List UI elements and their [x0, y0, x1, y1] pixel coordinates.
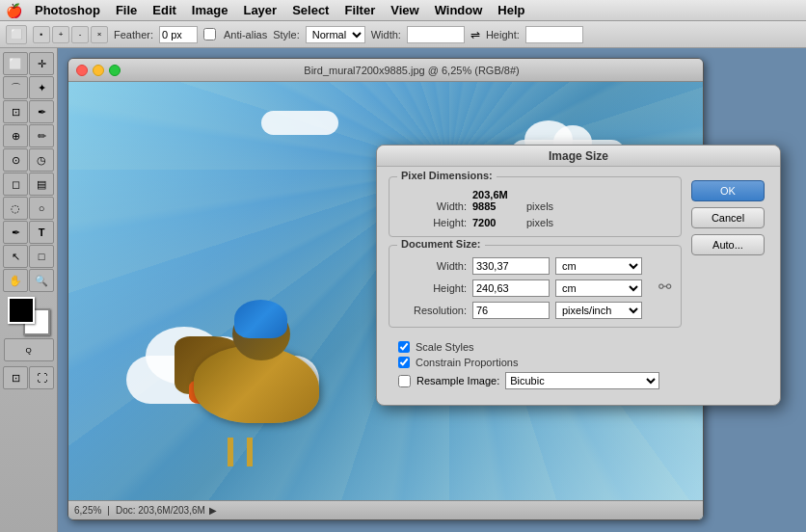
anti-alias-checkbox[interactable] [203, 28, 216, 40]
doc-width-input[interactable] [472, 257, 550, 275]
eraser-tool[interactable]: ◻ [3, 173, 28, 196]
pixel-dimensions-section: Pixel Dimensions: 203,6M Width: 9885 pix… [389, 176, 682, 237]
quick-select-tool[interactable]: ✦ [29, 76, 54, 99]
intersect-selection-btn[interactable]: × [91, 26, 108, 43]
close-button[interactable] [76, 65, 88, 76]
doc-height-input[interactable] [472, 279, 550, 297]
doc-height-label: Height: [399, 282, 467, 294]
pixel-dimensions-value: 203,6M [472, 189, 508, 200]
hand-tool[interactable]: ✋ [3, 269, 28, 292]
lasso-tool[interactable]: ⌒ [3, 76, 28, 99]
menu-layer[interactable]: Layer [235, 0, 284, 21]
brush-tool[interactable]: ✏ [29, 124, 54, 147]
selection-tool-icon[interactable]: ⬜ [6, 25, 27, 44]
constrain-label: Constrain Proportions [416, 357, 518, 368]
resolution-input[interactable] [472, 302, 550, 319]
bird-helmet [234, 300, 287, 338]
maximize-button[interactable] [109, 65, 121, 76]
image-size-dialog: Image Size Pixel Dimensions: 203,6M Widt… [376, 145, 781, 406]
menu-photoshop[interactable]: Photoshop [27, 0, 108, 21]
doc-height-unit-select[interactable]: cm pixels inches mm [555, 279, 642, 297]
scale-styles-checkbox[interactable] [398, 341, 410, 353]
dialog-titlebar: Image Size [377, 146, 780, 167]
menu-filter[interactable]: Filter [336, 0, 383, 21]
dialog-main: Pixel Dimensions: 203,6M Width: 9885 pix… [389, 176, 682, 395]
zoom-level: 6,25% [74, 505, 101, 516]
quick-mask-mode[interactable]: Q [4, 338, 54, 361]
type-tool[interactable]: T [29, 221, 54, 244]
ok-button[interactable]: OK [691, 180, 765, 201]
move-tool[interactable]: ✛ [29, 52, 54, 75]
doc-titlebar: Bird_mural7200x9885.jpg @ 6,25% (RGB/8#) [68, 59, 703, 82]
pixel-width-label: Width: [399, 200, 467, 212]
scroll-arrow[interactable]: ▶ [209, 505, 217, 516]
pixel-dimensions-label: Pixel Dimensions: [397, 170, 497, 181]
menubar: 🍎 Photoshop File Edit Image Layer Select… [0, 0, 806, 21]
cancel-button[interactable]: Cancel [691, 207, 765, 228]
pixel-width-row: Width: 9885 pixels [399, 200, 671, 212]
path-select-tool[interactable]: ↖ [3, 245, 28, 268]
bird-leg-2 [247, 438, 253, 466]
apple-menu[interactable]: 🍎 [4, 0, 23, 21]
document-size-section: Document Size: Width: cm pixels [389, 245, 682, 328]
canvas-area: Bird_mural7200x9885.jpg @ 6,25% (RGB/8#) [58, 48, 806, 532]
new-selection-btn[interactable]: ▪ [33, 26, 50, 43]
subtract-selection-btn[interactable]: - [71, 26, 89, 43]
resample-select[interactable]: Bicubic Bicubic Smoother Bicubic Sharper… [505, 372, 659, 389]
healing-tool[interactable]: ⊕ [3, 124, 28, 147]
width-label: Width: [371, 29, 401, 40]
fullscreen-btn[interactable]: ⛶ [29, 366, 54, 389]
doc-width-row: Width: cm pixels inches mm [399, 257, 656, 275]
scale-styles-row: Scale Styles [398, 341, 672, 353]
menu-select[interactable]: Select [284, 0, 336, 21]
eyedropper-tool[interactable]: ✒ [29, 100, 54, 123]
pixel-width-unit: pixels [526, 200, 553, 212]
menu-help[interactable]: Help [490, 0, 532, 21]
feather-label: Feather: [114, 29, 153, 40]
color-swatch[interactable] [4, 297, 54, 335]
blur-tool[interactable]: ◌ [3, 197, 28, 220]
doc-height-row: Height: cm pixels inches mm [399, 279, 656, 297]
style-select[interactable]: Normal [306, 26, 365, 43]
menu-image[interactable]: Image [184, 0, 236, 21]
history-tool[interactable]: ◷ [29, 148, 54, 172]
swap-icon[interactable]: ⇌ [470, 28, 480, 41]
bird-leg-1 [228, 438, 233, 466]
zoom-tool[interactable]: 🔍 [29, 269, 54, 292]
dialog-title: Image Size [549, 149, 608, 163]
doc-width-unit-select[interactable]: cm pixels inches mm [555, 257, 642, 275]
doc-size-label: Document Size: [397, 238, 485, 250]
options-bar: ⬜ ▪ + - × Feather: Anti-alias Style: Nor… [0, 21, 806, 48]
resample-label: Resample Image: [416, 375, 499, 386]
menu-file[interactable]: File [108, 0, 145, 21]
bird [175, 307, 348, 442]
resample-row: Resample Image: Bicubic Bicubic Smoother… [398, 372, 672, 389]
add-selection-btn[interactable]: + [52, 26, 69, 43]
dodge-tool[interactable]: ○ [29, 197, 54, 220]
menu-window[interactable]: Window [427, 0, 491, 21]
minimize-button[interactable] [93, 65, 104, 76]
pixel-height-label: Height: [399, 217, 467, 228]
width-input[interactable] [407, 26, 465, 43]
clone-tool[interactable]: ⊙ [3, 148, 28, 172]
height-input[interactable] [525, 26, 583, 43]
menu-edit[interactable]: Edit [145, 0, 184, 21]
pixel-height-row: Height: 7200 pixels [399, 217, 671, 228]
resolution-row: Resolution: pixels/inch pixels/cm [399, 302, 656, 319]
menu-view[interactable]: View [383, 0, 426, 21]
screen-mode-btn[interactable]: ⊡ [3, 366, 28, 389]
shape-tool[interactable]: □ [29, 245, 54, 268]
feather-input[interactable] [159, 26, 198, 43]
resolution-unit-select[interactable]: pixels/inch pixels/cm [555, 302, 642, 319]
doc-width-label: Width: [399, 260, 467, 272]
constrain-row: Constrain Proportions [398, 357, 672, 368]
foreground-color[interactable] [8, 297, 35, 324]
crop-tool[interactable]: ⊡ [3, 100, 28, 123]
gradient-tool[interactable]: ▤ [29, 173, 54, 196]
pen-tool[interactable]: ✒ [3, 221, 28, 244]
auto-button[interactable]: Auto... [691, 234, 765, 255]
marquee-tool[interactable]: ⬜ [3, 52, 28, 75]
constrain-checkbox[interactable] [398, 357, 410, 368]
resample-checkbox[interactable] [398, 375, 411, 387]
doc-info: Doc: 203,6M/203,6M [116, 505, 205, 516]
